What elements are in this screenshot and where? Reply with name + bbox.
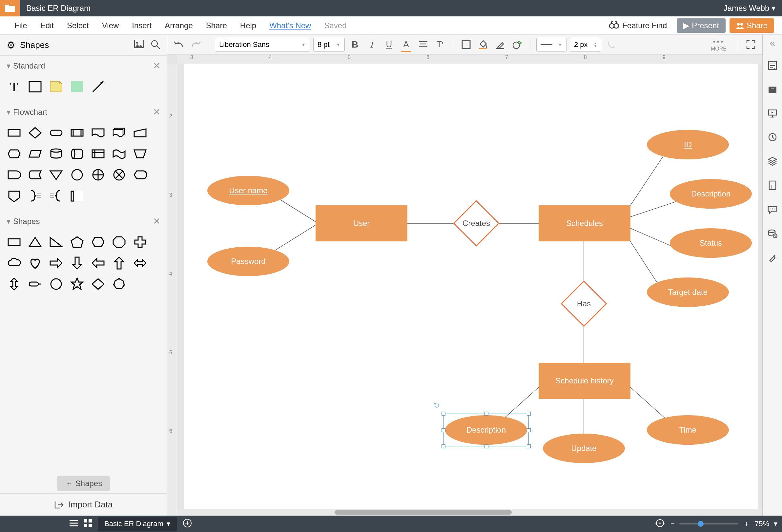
fill-button[interactable] xyxy=(476,38,490,51)
attr-status[interactable]: Status xyxy=(670,228,752,258)
fc-connector[interactable] xyxy=(70,167,85,182)
fc-papertape[interactable] xyxy=(111,146,127,162)
shape-polystar[interactable] xyxy=(111,277,127,292)
panel-shapes[interactable]: ▾Shapes ✕ xyxy=(0,211,167,231)
shape-arrow-down[interactable] xyxy=(70,255,85,271)
shape-right-triangle[interactable] xyxy=(48,235,64,250)
zoom-level[interactable]: 75% xyxy=(755,520,769,528)
close-icon[interactable]: ✕ xyxy=(153,107,161,117)
image-icon[interactable] xyxy=(134,40,144,51)
fc-display[interactable] xyxy=(133,167,148,182)
shape-cross[interactable] xyxy=(133,235,148,250)
shape-arrow-up[interactable] xyxy=(111,255,127,271)
fc-merge[interactable] xyxy=(48,167,64,182)
add-page-button[interactable] xyxy=(183,519,192,529)
attr-time[interactable]: Time xyxy=(647,415,729,445)
feature-find[interactable]: Feature Find xyxy=(603,21,673,31)
menu-insert[interactable]: Insert xyxy=(125,21,158,30)
menu-edit[interactable]: Edit xyxy=(34,21,60,30)
fc-data[interactable] xyxy=(28,146,43,162)
fc-database[interactable] xyxy=(48,146,64,162)
redo-button[interactable] xyxy=(189,38,203,51)
search-icon[interactable] xyxy=(150,40,161,51)
grid-view-icon[interactable] xyxy=(84,519,92,528)
menu-help[interactable]: Help xyxy=(234,21,263,30)
share-button[interactable]: Share xyxy=(730,19,774,33)
border-color-button[interactable] xyxy=(493,38,507,51)
fc-process[interactable] xyxy=(6,125,22,140)
fc-preparation[interactable] xyxy=(6,146,22,162)
history-icon[interactable] xyxy=(768,133,777,144)
fc-document[interactable] xyxy=(91,125,106,140)
layers-icon[interactable] xyxy=(768,156,777,168)
fc-offpage[interactable] xyxy=(6,188,22,203)
align-button[interactable] xyxy=(416,38,430,51)
undo-button[interactable] xyxy=(172,38,186,51)
shape-callout-rr[interactable] xyxy=(28,277,43,292)
fc-directdata[interactable] xyxy=(70,146,85,162)
attr-id[interactable]: ID xyxy=(647,130,729,159)
fc-internalstorage[interactable] xyxy=(91,146,106,162)
add-shapes-button[interactable]: ＋ Shapes xyxy=(57,475,110,491)
shape-triangle[interactable] xyxy=(28,235,43,250)
shape-arrow-left2[interactable] xyxy=(91,255,106,271)
zoom-in-icon[interactable]: ＋ xyxy=(743,519,750,529)
fc-multidoc[interactable] xyxy=(111,125,127,140)
menu-file[interactable]: File xyxy=(8,21,34,30)
menu-select[interactable]: Select xyxy=(60,21,96,30)
page-tab[interactable]: Basic ER Diagram ▾ xyxy=(98,517,177,531)
zoom-control[interactable]: − ＋ 75% ▾ xyxy=(671,519,777,529)
user-menu[interactable]: James Webb ▾ xyxy=(723,4,782,13)
fullscreen-button[interactable] xyxy=(744,38,758,51)
bold-button[interactable]: B xyxy=(348,38,362,51)
ai-icon[interactable] xyxy=(768,253,777,265)
more-button[interactable]: •••MORE xyxy=(706,37,732,52)
font-color-button[interactable]: A xyxy=(399,38,413,51)
folder-icon[interactable] xyxy=(0,0,20,16)
shape-rect[interactable] xyxy=(6,235,22,250)
line-path-button[interactable] xyxy=(605,38,618,51)
entity-schedule-history[interactable]: Schedule history xyxy=(539,363,631,399)
present-panel-icon[interactable] xyxy=(768,109,777,120)
fc-sumjunction[interactable] xyxy=(111,167,127,182)
shape-circle[interactable] xyxy=(48,277,64,292)
theme-icon[interactable] xyxy=(768,180,777,192)
fc-decision[interactable] xyxy=(28,125,43,140)
panel-standard[interactable]: ▾Standard ✕ xyxy=(0,56,167,76)
shape-outline-button[interactable] xyxy=(459,38,473,51)
target-icon[interactable] xyxy=(655,519,665,529)
entity-user[interactable]: User xyxy=(316,205,407,241)
fc-storeddata[interactable] xyxy=(28,167,43,182)
fc-manualop[interactable] xyxy=(133,146,148,162)
menu-whats-new[interactable]: What's New xyxy=(263,21,318,30)
attr-update[interactable]: Update xyxy=(543,434,625,463)
doc-title[interactable]: Basic ER Diagram xyxy=(20,4,723,13)
entity-schedules[interactable]: Schedules xyxy=(539,205,631,241)
close-icon[interactable]: ✕ xyxy=(153,216,161,227)
import-data-button[interactable]: Import Data xyxy=(0,493,167,516)
text-shape[interactable]: T xyxy=(6,79,22,94)
collapse-icon[interactable]: « xyxy=(770,38,775,48)
shape-heart[interactable] xyxy=(28,255,43,271)
shape-octagon[interactable] xyxy=(111,235,127,250)
arrow-shape[interactable] xyxy=(91,79,106,94)
fc-bracket-l[interactable] xyxy=(48,188,64,203)
selection-box[interactable] xyxy=(443,414,529,447)
attr-username[interactable]: User name xyxy=(207,176,289,205)
font-family-select[interactable]: Liberation Sans▼ xyxy=(215,38,310,51)
gear-icon[interactable]: ⚙ xyxy=(6,39,15,51)
comments-icon[interactable] xyxy=(768,61,777,72)
shape-pentagon[interactable] xyxy=(70,235,85,250)
block-shape[interactable] xyxy=(28,79,43,94)
shape-star[interactable] xyxy=(70,277,85,292)
shape-arrow-ud[interactable] xyxy=(6,277,22,292)
underline-button[interactable]: U xyxy=(382,38,396,51)
attr-password[interactable]: Password xyxy=(207,247,289,276)
fc-delay[interactable] xyxy=(6,167,22,182)
data-link-icon[interactable] xyxy=(768,228,777,241)
list-view-icon[interactable] xyxy=(70,520,78,528)
canvas-area[interactable]: 3 4 5 6 7 8 9 2 3 4 5 6 xyxy=(167,55,762,516)
zoom-out-icon[interactable]: − xyxy=(671,520,675,528)
canvas[interactable]: User Schedules Schedule history Creates … xyxy=(184,64,758,516)
shape-diamond[interactable] xyxy=(91,277,106,292)
